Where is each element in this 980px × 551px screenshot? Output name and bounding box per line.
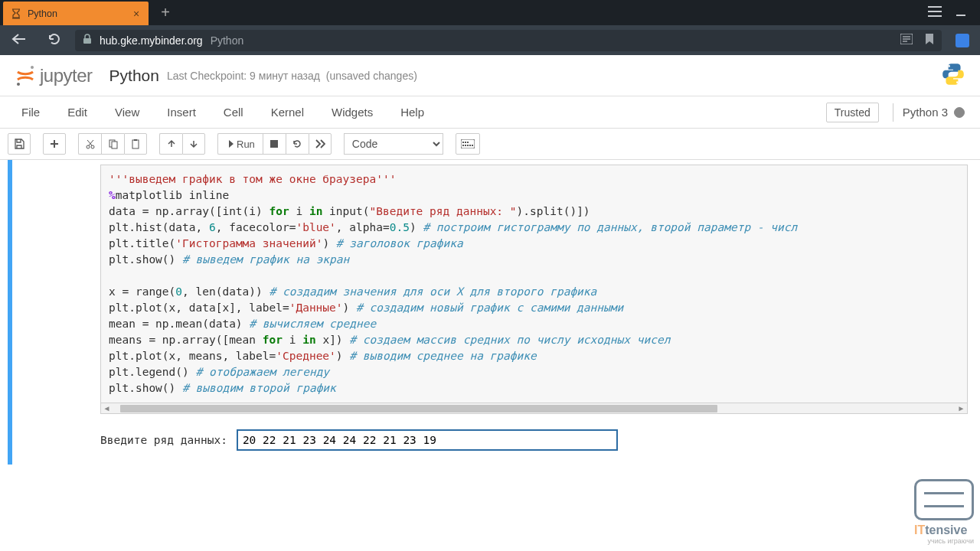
browser-tab-bar: Python × + xyxy=(0,0,980,25)
restart-run-button[interactable] xyxy=(309,133,332,155)
lock-icon xyxy=(83,34,92,47)
page-content: jupyter Python Last Checkpoint: 9 минут … xyxy=(0,55,980,551)
checkpoint-text: Last Checkpoint: 9 минут назад (unsaved … xyxy=(167,70,417,82)
svg-rect-9 xyxy=(112,142,117,148)
svg-rect-14 xyxy=(462,145,464,146)
menu-kernel[interactable]: Kernel xyxy=(257,99,318,125)
menu-file[interactable]: File xyxy=(8,99,54,125)
svg-point-4 xyxy=(948,65,950,67)
notebook-title[interactable]: Python xyxy=(109,67,159,85)
stdin-row: Введите ряд данных: xyxy=(100,429,968,451)
svg-rect-18 xyxy=(472,145,473,146)
stdin-input[interactable] xyxy=(237,429,618,451)
move-up-button[interactable] xyxy=(159,133,182,155)
svg-point-7 xyxy=(91,145,94,148)
svg-point-5 xyxy=(956,81,959,83)
extension-badge[interactable] xyxy=(956,34,969,47)
browser-url-bar: hub.gke.mybinder.orgPython xyxy=(0,25,980,55)
reader-icon[interactable] xyxy=(900,34,913,47)
python-logo-icon[interactable] xyxy=(940,61,966,90)
save-button[interactable] xyxy=(8,133,31,155)
jupyter-logo[interactable]: jupyter xyxy=(14,64,93,87)
svg-point-6 xyxy=(87,145,90,148)
browser-tab[interactable]: Python × xyxy=(3,2,149,25)
move-down-button[interactable] xyxy=(182,133,205,155)
jupyter-header: jupyter Python Last Checkpoint: 9 минут … xyxy=(0,55,980,96)
add-cell-button[interactable] xyxy=(43,133,66,155)
reload-icon[interactable] xyxy=(47,32,61,49)
code-cell[interactable]: '''выведем график в том же окне браузера… xyxy=(8,160,972,465)
command-palette-button[interactable] xyxy=(456,133,480,155)
svg-rect-0 xyxy=(83,38,91,44)
svg-rect-20 xyxy=(465,142,466,143)
kernel-indicator[interactable]: Python 3 xyxy=(893,103,965,122)
menu-help[interactable]: Help xyxy=(387,99,438,125)
menu-view[interactable]: View xyxy=(101,99,153,125)
svg-rect-17 xyxy=(469,145,471,146)
code-editor[interactable]: '''выведем график в том же окне браузера… xyxy=(100,165,968,403)
url-text: hub.gke.mybinder.orgPython xyxy=(100,34,243,47)
interrupt-button[interactable] xyxy=(263,133,286,155)
paste-button[interactable] xyxy=(124,133,147,155)
svg-rect-19 xyxy=(462,142,464,143)
scroll-right-icon[interactable]: ► xyxy=(956,403,967,414)
scroll-left-icon[interactable]: ◄ xyxy=(101,403,113,414)
svg-rect-12 xyxy=(270,140,278,148)
copy-button[interactable] xyxy=(101,133,124,155)
svg-rect-10 xyxy=(132,140,139,148)
svg-point-3 xyxy=(17,83,20,86)
horizontal-scrollbar[interactable]: ◄ ► xyxy=(100,403,968,414)
back-icon[interactable] xyxy=(11,33,26,48)
jupyter-logo-icon xyxy=(14,64,37,87)
cut-button[interactable] xyxy=(78,133,101,155)
cell-type-select[interactable]: Code xyxy=(344,133,443,155)
url-field[interactable]: hub.gke.mybinder.orgPython xyxy=(75,30,942,51)
menu-insert[interactable]: Insert xyxy=(153,99,210,125)
cell-prompt xyxy=(12,165,100,451)
svg-rect-13 xyxy=(461,139,475,148)
minimize-icon[interactable] xyxy=(956,6,966,20)
restart-button[interactable] xyxy=(286,133,309,155)
menu-widgets[interactable]: Widgets xyxy=(318,99,387,125)
bookmark-icon[interactable] xyxy=(925,33,934,48)
jupyter-toolbar: Run Code xyxy=(0,129,980,160)
watermark-chip-icon xyxy=(914,479,974,520)
watermark: ITtensive учись играючи xyxy=(914,479,974,545)
jupyter-menu-bar: File Edit View Insert Cell Kernel Widget… xyxy=(0,96,980,129)
scroll-thumb[interactable] xyxy=(120,405,717,412)
menu-cell[interactable]: Cell xyxy=(210,99,257,125)
menu-icon[interactable] xyxy=(928,6,942,20)
svg-rect-11 xyxy=(134,139,137,141)
svg-rect-16 xyxy=(467,145,469,146)
close-icon[interactable]: × xyxy=(130,8,142,20)
tab-title: Python xyxy=(28,8,130,19)
svg-point-2 xyxy=(31,66,34,69)
svg-rect-21 xyxy=(467,142,469,143)
trusted-badge[interactable]: Trusted xyxy=(826,103,879,122)
menu-edit[interactable]: Edit xyxy=(54,99,101,125)
new-tab-button[interactable]: + xyxy=(155,2,176,24)
stdin-prompt: Введите ряд данных: xyxy=(100,434,237,446)
kernel-busy-icon xyxy=(954,107,965,118)
run-button[interactable]: Run xyxy=(217,133,263,155)
notebook-area: '''выведем график в том же окне браузера… xyxy=(0,160,980,480)
svg-rect-15 xyxy=(465,145,466,146)
hourglass-icon xyxy=(11,8,21,19)
